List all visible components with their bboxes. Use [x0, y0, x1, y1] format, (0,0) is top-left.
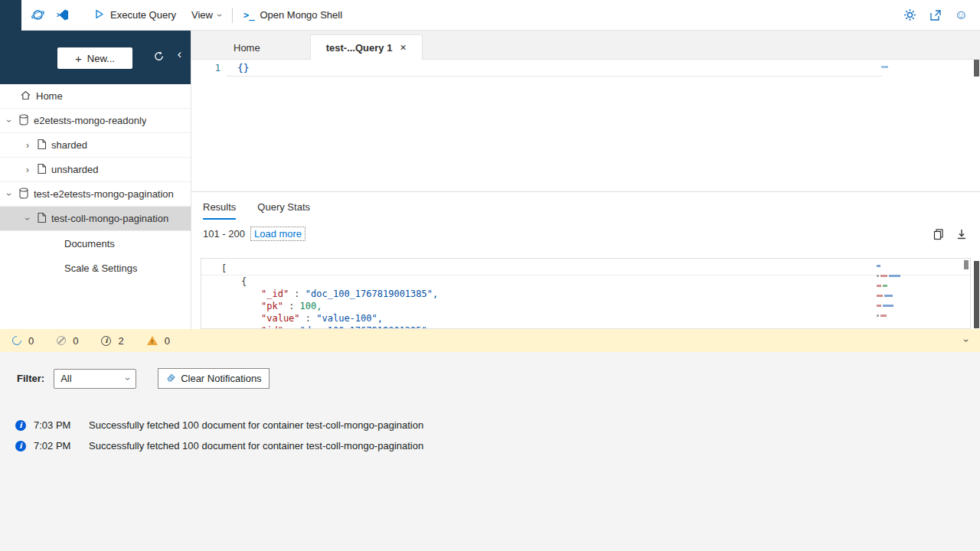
notifications-filter-row: Filter: All › Clear Notifications [0, 352, 980, 389]
filter-dropdown[interactable]: All › [54, 369, 136, 389]
chevron-collapsed-icon[interactable]: › [23, 165, 32, 175]
notification-summary-bar: 0 0 i 2 ! 0 › [0, 329, 980, 352]
notification-message: Successfully fetched 100 document for co… [89, 419, 423, 431]
execute-query-button[interactable]: Execute Query [86, 0, 184, 31]
sidebar-item-test-coll[interactable]: › test-coll-mongo-pagination [0, 207, 191, 231]
open-mongo-shell-button[interactable]: >_ Open Mongo Shell [236, 0, 350, 31]
editor-current-line-rule [227, 76, 882, 77]
sidebar-item-scale-settings[interactable]: Scale & Settings [0, 256, 191, 280]
json-line: { [201, 276, 970, 288]
json-key: "_id" [261, 289, 289, 299]
tree-item-label: Documents [64, 238, 115, 249]
collapse-sidebar-icon[interactable]: ‹ [178, 47, 181, 61]
theme-moon-icon[interactable] [878, 9, 890, 21]
tab-label: Home [234, 42, 260, 54]
resource-tree-sidebar: + New... ‹ Home [0, 31, 191, 329]
json-key: "value" [261, 313, 300, 324]
vscode-icon[interactable] [56, 8, 69, 21]
sidebar-item-database-readonly[interactable]: › e2etests-mongo-readonly [0, 109, 191, 133]
view-label: View [191, 9, 213, 21]
toolbar-divider [232, 8, 233, 23]
sidebar-item-unsharded[interactable]: › unsharded [0, 158, 191, 182]
download-icon[interactable] [956, 228, 968, 240]
window-scrollbar-thumb[interactable] [974, 261, 979, 328]
results-scrollbar-thumb[interactable] [964, 260, 969, 269]
load-more-link[interactable]: Load more [250, 227, 305, 241]
tab-results[interactable]: Results [203, 201, 236, 220]
collapse-panel-chevron-icon[interactable]: › [962, 339, 971, 342]
json-line: "value" : "value-100", [201, 312, 970, 324]
json-bracket: [ [221, 263, 227, 274]
tab-query-active[interactable]: test-...Query 1 × [310, 34, 423, 60]
loading-status-item[interactable]: 0 [12, 335, 34, 347]
copy-icon[interactable] [933, 228, 945, 240]
collection-icon [37, 163, 47, 177]
results-tabs: Results Query Stats [191, 192, 980, 220]
json-value: "doc_100_1767819001385", [305, 289, 438, 299]
chevron-expanded-icon[interactable]: › [22, 214, 33, 223]
notification-message: Successfully fetched 100 document for co… [89, 440, 423, 452]
feedback-smiley-icon[interactable]: ☺ [955, 8, 968, 21]
view-menu-button[interactable]: View › [184, 0, 229, 31]
execute-query-label: Execute Query [110, 9, 176, 21]
chevron-expanded-icon[interactable]: › [4, 190, 15, 199]
tab-query-stats[interactable]: Query Stats [257, 201, 310, 220]
tab-label: test-...Query 1 [326, 42, 393, 54]
clear-notifications-label: Clear Notifications [181, 373, 262, 384]
sidebar-item-database-pagination[interactable]: › test-e2etests-mongo-pagination [0, 182, 191, 207]
refresh-icon[interactable] [153, 51, 165, 65]
open-in-new-tab-icon[interactable] [929, 9, 942, 21]
notifications-panel: Filter: All › Clear Notifications i 7:03… [0, 352, 980, 551]
clear-notifications-button[interactable]: Clear Notifications [158, 368, 270, 389]
results-minimap[interactable] [877, 265, 904, 324]
results-range-text: 101 - 200 [203, 228, 245, 240]
notification-time: 7:03 PM [34, 419, 84, 431]
loading-spinner-icon [11, 334, 24, 347]
close-tab-icon[interactable]: × [400, 41, 406, 54]
tree-item-label: Scale & Settings [64, 262, 137, 274]
query-editor[interactable]: 1 {} [191, 60, 980, 191]
results-pane: Results Query Stats 101 - 200 Load more [191, 191, 980, 329]
collection-icon [37, 139, 47, 152]
info-circle-icon: i [15, 441, 26, 452]
database-icon [18, 114, 29, 128]
cosmos-db-logo-icon[interactable] [31, 8, 45, 22]
info-icon: i [101, 336, 111, 346]
chevron-down-icon: › [215, 14, 224, 17]
sidebar-item-sharded[interactable]: › sharded [0, 133, 191, 158]
sidebar-item-documents[interactable]: Documents [0, 231, 191, 256]
tree-item-label: test-e2etests-mongo-pagination [34, 188, 174, 200]
filter-label: Filter: [17, 373, 44, 384]
settings-gear-icon[interactable] [903, 8, 916, 21]
sidebar-item-home[interactable]: Home [0, 84, 191, 109]
chevron-collapsed-icon[interactable]: › [23, 140, 32, 151]
json-value: "value-100", [316, 313, 383, 324]
notification-time: 7:02 PM [34, 440, 84, 452]
tab-home[interactable]: Home [218, 36, 276, 59]
chevron-down-icon: › [123, 377, 132, 380]
info-circle-icon: i [15, 420, 26, 431]
results-toolbar: 101 - 200 Load more [203, 227, 968, 241]
new-button[interactable]: + New... [57, 47, 132, 69]
editor-minimap-mark [881, 66, 888, 68]
database-icon [18, 187, 29, 201]
app-root: Execute Query View › >_ Open Mongo Shell [0, 0, 980, 551]
sidebar-header: + New... ‹ [0, 31, 191, 84]
json-line: [ [201, 262, 970, 276]
json-separator: : [300, 313, 317, 324]
editor-line-number: 1 [208, 63, 220, 73]
warning-triangle-icon: ! [147, 336, 158, 345]
editor-scrollbar-thumb[interactable] [974, 60, 979, 77]
results-json-viewer[interactable]: [ { "_id" : "doc_100_1767819001385", "pk… [201, 258, 971, 329]
json-key: "pk" [261, 301, 283, 311]
tree-item-label: sharded [51, 139, 87, 151]
chevron-expanded-icon[interactable]: › [4, 116, 15, 126]
resource-tree: Home › e2etests-mongo-readonly › [0, 84, 191, 280]
editor-query-text[interactable]: {} [237, 62, 250, 73]
json-separator: : [283, 301, 300, 311]
warning-status-item[interactable]: ! 0 [147, 335, 170, 347]
info-status-item[interactable]: i 2 [101, 335, 123, 347]
collection-icon [37, 212, 47, 226]
error-status-item[interactable]: 0 [57, 335, 78, 347]
json-value: 100, [300, 301, 322, 311]
